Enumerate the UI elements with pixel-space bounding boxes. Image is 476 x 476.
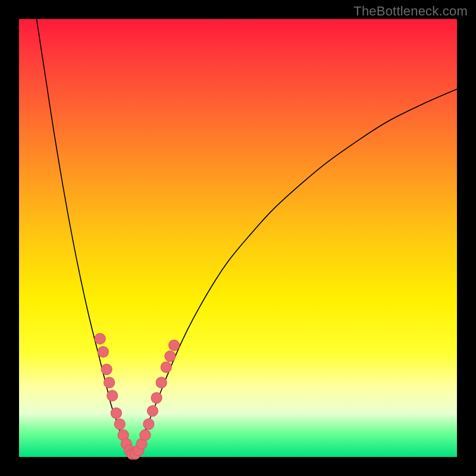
data-marker [156, 377, 167, 388]
data-marker [111, 408, 121, 418]
watermark-text: TheBottleneck.com [353, 4, 468, 19]
data-marker [147, 406, 158, 416]
data-marker [104, 377, 115, 388]
data-marker [165, 351, 176, 362]
markers-group [95, 333, 179, 459]
data-marker [114, 419, 125, 430]
curve-left [36, 19, 130, 455]
data-marker [140, 430, 151, 440]
data-marker [95, 333, 105, 344]
chart-svg [19, 19, 457, 457]
data-marker [169, 340, 180, 350]
data-marker [151, 393, 162, 403]
curve-right [133, 89, 457, 455]
data-marker [101, 364, 112, 375]
data-marker [161, 362, 171, 372]
data-marker [143, 419, 154, 430]
data-marker [107, 390, 118, 401]
data-marker [98, 346, 108, 357]
